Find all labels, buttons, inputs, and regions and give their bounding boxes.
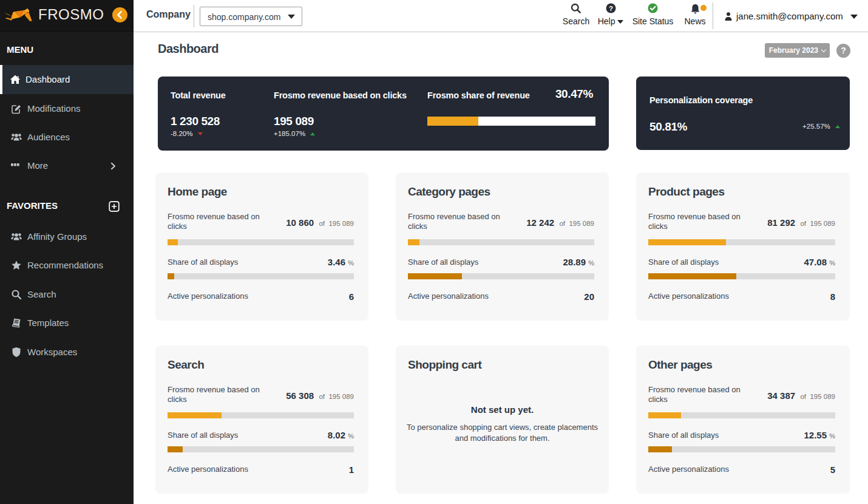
- svg-text:?: ?: [608, 5, 612, 12]
